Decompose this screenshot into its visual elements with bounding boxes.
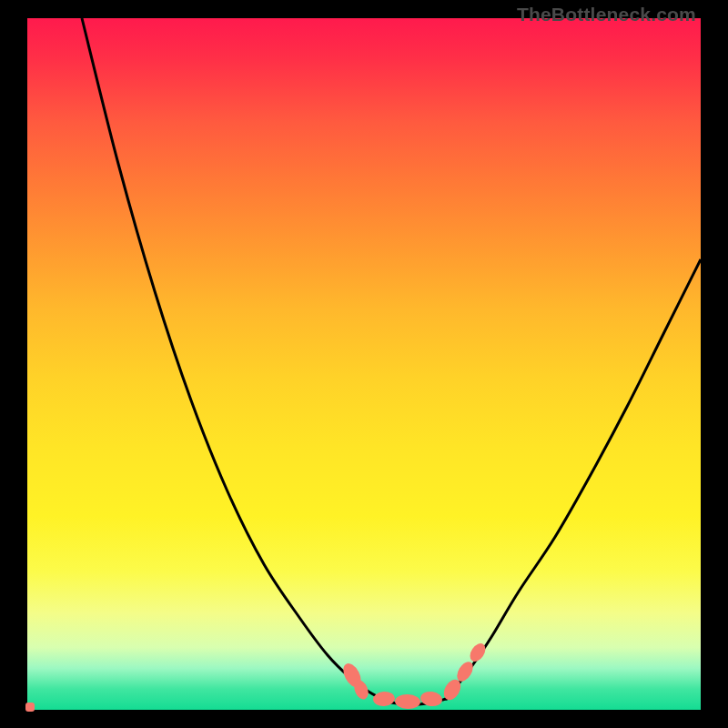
bottleneck-curve-path xyxy=(82,18,701,704)
curve-marker xyxy=(372,691,395,707)
watermark-text: TheBottleneck.com xyxy=(517,4,696,25)
chart-plot-area xyxy=(27,18,701,710)
bottleneck-curve xyxy=(27,18,701,710)
curve-marker xyxy=(395,694,421,710)
